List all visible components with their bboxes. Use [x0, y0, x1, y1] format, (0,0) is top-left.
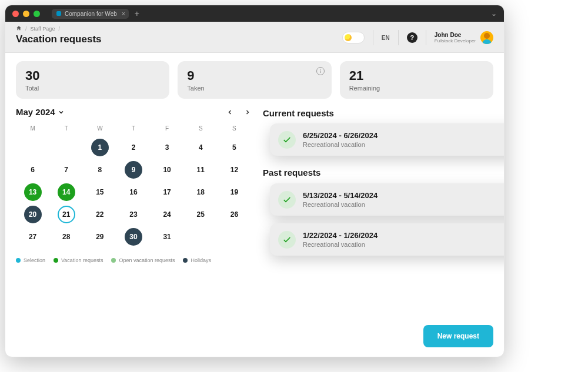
calendar-day[interactable]: 22 [91, 206, 109, 223]
calendar-day[interactable]: 20 [24, 206, 42, 223]
stat-label: Total [25, 85, 160, 92]
new-tab-button[interactable]: + [135, 9, 139, 18]
browser-menu-icon[interactable]: ⌄ [491, 9, 497, 18]
favicon-icon [56, 11, 61, 16]
help-icon[interactable]: ? [407, 32, 417, 43]
tab-title: Companion for Web [65, 11, 117, 17]
calendar: May 2024 MTWTFSS12345678910 [16, 107, 251, 348]
request-card[interactable]: 5/13/2024 - 5/14/2024 Recreational vacat… [270, 183, 505, 216]
user-name: John Doe [435, 32, 476, 38]
calendar-day[interactable]: 28 [58, 228, 75, 246]
stat-taken: 9 Taken i [178, 61, 331, 99]
calendar-day[interactable]: 17 [158, 183, 176, 201]
close-tab-icon[interactable]: × [122, 11, 125, 17]
calendar-day[interactable]: 11 [192, 161, 209, 179]
avatar [480, 31, 493, 44]
legend-dot-selection [16, 258, 21, 263]
calendar-day[interactable]: 25 [192, 206, 209, 223]
stat-value: 21 [349, 68, 484, 83]
weekday-label: S [184, 123, 218, 134]
request-range: 1/22/2024 - 1/26/2024 [303, 231, 505, 240]
weekday-label: M [16, 123, 49, 134]
request-type: Recreational vacation [303, 241, 505, 248]
weekday-label: F [151, 123, 184, 134]
stat-total: 30 Total [16, 61, 169, 99]
breadcrumb: / Staff Page / [16, 25, 102, 32]
page-title: Vacation requests [16, 33, 102, 45]
minimize-window-icon[interactable] [23, 11, 29, 17]
request-type: Recreational vacation [303, 201, 505, 208]
calendar-day[interactable]: 8 [91, 161, 109, 179]
weekday-label: T [116, 123, 150, 134]
language-selector[interactable]: EN [382, 35, 390, 41]
breadcrumb-staff[interactable]: Staff Page [31, 26, 55, 32]
app-header: / Staff Page / Vacation requests EN ? Jo… [5, 22, 504, 53]
month-label: May 2024 [16, 107, 55, 117]
calendar-day[interactable]: 4 [192, 139, 209, 156]
past-requests-title: Past requests [263, 167, 493, 177]
calendar-day[interactable]: 12 [225, 161, 243, 179]
calendar-day[interactable]: 23 [125, 206, 142, 223]
calendar-day[interactable]: 2 [125, 139, 142, 156]
request-range: 5/13/2024 - 5/14/2024 [303, 191, 505, 200]
calendar-day[interactable]: 1 [91, 139, 109, 156]
month-selector[interactable]: May 2024 [16, 107, 65, 117]
request-type: Recreational vacation [303, 141, 505, 148]
tab-bar: Companion for Web × + [52, 9, 139, 19]
browser-window: Companion for Web × + ⌄ / Staff Page / V… [5, 5, 505, 357]
weekday-label: T [49, 123, 83, 134]
close-window-icon[interactable] [12, 11, 19, 17]
weekday-label: W [83, 123, 116, 134]
browser-chrome: Companion for Web × + ⌄ [5, 5, 504, 22]
check-icon [278, 191, 296, 209]
user-menu[interactable]: John Doe Fullstack Developer [435, 31, 493, 44]
stat-value: 9 [187, 68, 322, 83]
check-icon [278, 131, 296, 149]
calendar-day[interactable]: 6 [24, 161, 42, 179]
stat-value: 30 [25, 68, 160, 83]
calendar-day[interactable]: 27 [24, 228, 42, 246]
info-icon[interactable]: i [316, 67, 325, 75]
calendar-day[interactable]: 5 [225, 139, 243, 156]
calendar-day[interactable]: 21 [58, 206, 75, 223]
home-icon[interactable] [16, 25, 22, 32]
calendar-day[interactable]: 7 [58, 161, 75, 179]
calendar-day[interactable]: 3 [158, 139, 176, 156]
stat-label: Taken [187, 85, 322, 92]
stat-remaining: 21 Remaining [340, 61, 493, 99]
calendar-day[interactable]: 29 [91, 228, 109, 246]
calendar-day[interactable]: 24 [158, 206, 176, 223]
request-card[interactable]: 1/22/2024 - 1/26/2024 Recreational vacat… [270, 223, 505, 256]
calendar-legend: Selection Vacation requests Open vacatio… [16, 257, 251, 263]
maximize-window-icon[interactable] [34, 11, 40, 17]
stat-label: Remaining [349, 85, 484, 92]
legend-dot-open [111, 258, 116, 263]
calendar-day[interactable]: 15 [91, 183, 109, 201]
browser-tab[interactable]: Companion for Web × [52, 9, 129, 19]
calendar-day[interactable]: 19 [225, 183, 243, 201]
calendar-day[interactable]: 9 [125, 161, 142, 179]
calendar-day[interactable]: 14 [58, 183, 75, 201]
window-controls [12, 11, 40, 17]
chevron-down-icon [58, 109, 65, 116]
calendar-day[interactable]: 31 [158, 228, 176, 246]
current-requests-title: Current requests [263, 108, 493, 118]
check-icon [278, 231, 296, 249]
calendar-grid: MTWTFSS123456789101112131415161718192021… [16, 123, 251, 246]
calendar-day[interactable]: 16 [125, 183, 142, 201]
calendar-day[interactable]: 10 [158, 161, 176, 179]
request-card[interactable]: 6/25/2024 - 6/26/2024 Recreational vacat… [270, 123, 505, 156]
stats-row: 30 Total 9 Taken i 21 Remaining [5, 53, 504, 107]
request-range: 6/25/2024 - 6/26/2024 [303, 131, 505, 140]
calendar-day[interactable]: 30 [125, 228, 142, 246]
next-month-button[interactable] [244, 109, 251, 116]
calendar-day[interactable]: 26 [225, 206, 243, 223]
prev-month-button[interactable] [226, 109, 233, 116]
calendar-day[interactable]: 18 [192, 183, 209, 201]
weekday-label: S [218, 123, 251, 134]
new-request-button[interactable]: New request [423, 325, 493, 347]
theme-toggle[interactable] [342, 32, 365, 43]
calendar-day[interactable]: 13 [24, 183, 42, 201]
user-role: Fullstack Developer [435, 38, 476, 43]
legend-dot-holidays [183, 258, 188, 263]
